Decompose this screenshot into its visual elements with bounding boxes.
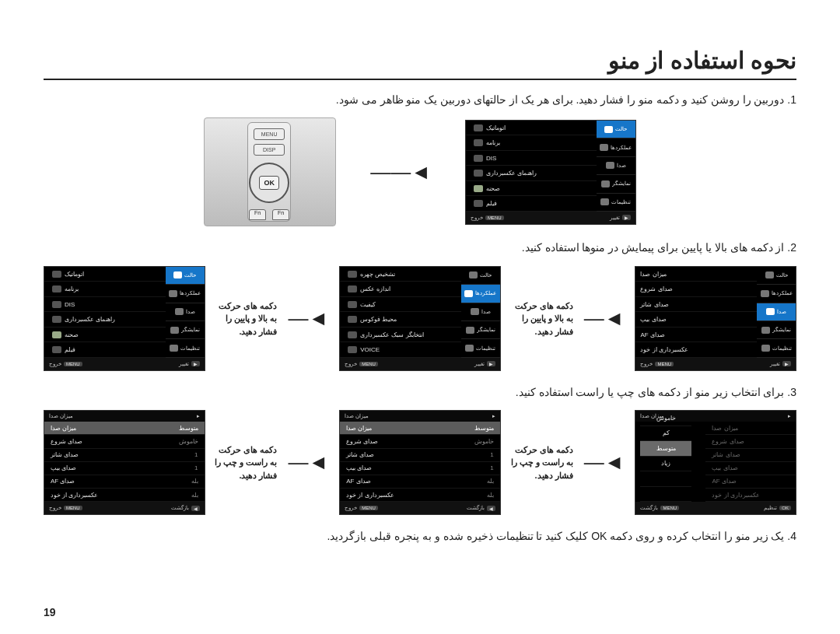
camera-illustration: MENU DISP Fn Fn	[204, 117, 336, 226]
camera-icon	[474, 124, 483, 131]
caption-lr-1: دکمه های حرکت به راست و چپ را فشار دهید.	[213, 443, 278, 482]
side-tab-sound[interactable]: صدا	[597, 157, 635, 175]
caption-lr-2: دکمه های حرکت به راست و چپ را فشار دهید.	[509, 443, 573, 482]
volume-options: خاموش کم متوسط زیاد	[640, 411, 691, 502]
title-rule: نحوه استفاده از منو	[44, 47, 796, 80]
page-title: نحوه استفاده از منو	[44, 47, 796, 74]
camera-disp-label: DISP	[263, 147, 275, 152]
gear-icon	[600, 198, 609, 205]
step-2-row: حالت عملکردها صدا نمایشگر تنظیمات اتومات…	[44, 266, 796, 371]
side-tabs: حالت عملکردها صدا نمایشگر تنظیمات	[597, 121, 635, 212]
step-3-row: ▸میزان صدا متوسطمیزان صدا خاموشصدای شروع…	[44, 410, 796, 515]
mode-list: اتوماتیک برنامه DIS راهنمای عکسبرداری صح…	[466, 121, 597, 212]
camera-menu-label: MENU	[261, 131, 278, 137]
camera-menu-button[interactable]: MENU	[254, 128, 285, 140]
display-icon	[601, 180, 610, 187]
movie-icon	[474, 200, 483, 207]
screen-mode-tab: حالت عملکردها صدا نمایشگر تنظیمات اتومات…	[44, 266, 205, 371]
guide-icon	[474, 170, 483, 177]
screen-header-title: میزان صدا	[49, 413, 73, 419]
speaker-icon	[606, 162, 614, 169]
step-2-text: 2. از دکمه های بالا یا پایین برای پیمایش…	[44, 239, 796, 256]
screen-bottom-bar: ▶تغییر MENUخروج	[466, 212, 635, 224]
arrow-left-icon: ◄―	[289, 306, 329, 331]
manual-page: نحوه استفاده از منو 1. دوربین را روشن کن…	[0, 0, 840, 634]
side-tab-functions[interactable]: عملکردها	[597, 138, 635, 156]
bar-exit: MENUخروج	[471, 215, 504, 221]
arrow-left-icon: ◄―	[289, 450, 329, 475]
mode-scene[interactable]: صحنه	[466, 181, 597, 197]
step-1-row: MENU DISP Fn Fn ◄―― حالت عملکردها صدا نم…	[44, 117, 796, 226]
camera-fn-button-2[interactable]: Fn	[272, 209, 289, 220]
camera-icon	[600, 144, 608, 151]
arrow-left-icon: ◄―	[584, 450, 625, 475]
vol-off[interactable]: خاموش	[640, 411, 691, 426]
camera-fn-button-1[interactable]: Fn	[249, 209, 266, 220]
side-tab-display[interactable]: نمایشگر	[597, 175, 635, 193]
mode-program[interactable]: برنامه	[466, 135, 597, 151]
vol-high[interactable]: زیاد	[640, 457, 691, 472]
vol-low[interactable]: کم	[640, 426, 691, 442]
mode-movie[interactable]: فیلم	[466, 196, 597, 212]
page-number: 19	[44, 606, 56, 618]
step-1-text: 1. دوربین را روشن کنید و دکمه منو را فشا…	[44, 91, 796, 108]
screen-functions-tab: حالت عملکردها صدا نمایشگر تنظیمات تشخیص …	[339, 266, 501, 371]
side-tab-settings[interactable]: تنظیمات	[597, 194, 635, 212]
screen-volume-options: ▸میزان صدا میزان صدا صدای شروع صدای شاتر…	[635, 410, 796, 515]
mode-dis[interactable]: DIS	[466, 151, 597, 166]
mode-auto[interactable]: اتوماتیک	[466, 121, 597, 136]
screen-sound-list-2: ▸میزان صدا متوسطمیزان صدا خاموشصدای شروع…	[339, 410, 501, 515]
caption-ud-1: دکمه های حرکت به بالا و پایین را فشار ده…	[213, 299, 278, 338]
step-3-text: 3. برای انتخاب زیر منو از دکمه های چپ یا…	[44, 384, 796, 401]
caption-ud-2: دکمه های حرکت به بالا و پایین را فشار ده…	[509, 299, 573, 338]
sound-row-volume[interactable]: متوسطمیزان صدا	[44, 422, 205, 435]
camera-icon	[604, 126, 613, 133]
camera-disp-button[interactable]: DISP	[254, 144, 285, 156]
screen-sound-tab: حالت عملکردها صدا نمایشگر تنظیمات میزان …	[635, 266, 796, 371]
arrow-left-icon: ◄――	[370, 160, 431, 184]
bar-change: ▶تغییر	[610, 215, 631, 221]
screen-main-menu: حالت عملکردها صدا نمایشگر تنظیمات اتومات…	[465, 120, 636, 225]
dis-icon	[474, 155, 483, 162]
mode-guide[interactable]: راهنمای عکسبرداری	[466, 166, 597, 181]
arrow-left-icon: ◄―	[584, 306, 625, 331]
step-4-text: 4. یک زیر منو را انتخاب کرده و روی دکمه …	[44, 527, 796, 545]
side-tab-mode[interactable]: حالت	[597, 121, 635, 138]
screen-sound-list: ▸میزان صدا متوسطمیزان صدا خاموشصدای شروع…	[44, 410, 205, 515]
scene-icon	[474, 185, 483, 192]
camera-icon	[474, 139, 483, 146]
vol-medium[interactable]: متوسط	[640, 441, 691, 457]
